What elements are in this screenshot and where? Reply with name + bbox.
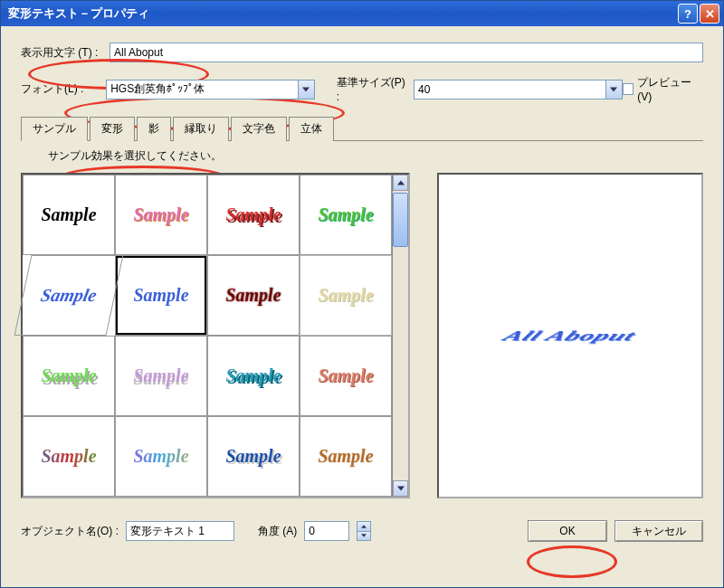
sample-cell[interactable]: Sample xyxy=(23,336,115,416)
display-text-label: 表示用文字 (T) : xyxy=(21,45,110,61)
sample-cell[interactable]: Sample xyxy=(115,255,207,336)
sample-cell[interactable]: Sample xyxy=(300,336,392,416)
angle-input[interactable] xyxy=(304,521,349,541)
scrollbar[interactable] xyxy=(392,175,408,497)
angle-stepper[interactable] xyxy=(357,521,371,541)
scroll-down-icon[interactable] xyxy=(393,480,408,497)
scroll-thumb[interactable] xyxy=(393,193,408,247)
window-title: 変形テキスト－プロパティ xyxy=(8,5,676,22)
scroll-track[interactable] xyxy=(393,247,408,480)
sample-cell[interactable]: Sample xyxy=(14,255,124,336)
annotation-ring xyxy=(527,545,617,578)
spin-down-icon[interactable] xyxy=(357,532,370,541)
base-size-label: 基準サイズ(P) : xyxy=(337,75,408,103)
font-combo-value[interactable] xyxy=(106,80,299,100)
sample-cell[interactable]: Sample xyxy=(23,175,115,255)
sample-cell[interactable]: Sample xyxy=(115,336,207,416)
titlebar: 変形テキスト－プロパティ ? ✕ xyxy=(1,1,723,26)
font-combo[interactable] xyxy=(106,80,315,100)
sample-cell[interactable]: Sample xyxy=(300,175,392,255)
display-text-input[interactable] xyxy=(110,43,703,62)
sample-cell[interactable]: Sample xyxy=(207,416,300,497)
tab-sample[interactable]: サンプル xyxy=(21,117,88,141)
angle-label: 角度 (A) xyxy=(258,524,297,539)
sample-cell[interactable]: Sample xyxy=(207,175,300,255)
size-combo[interactable] xyxy=(414,80,623,100)
object-name-input[interactable] xyxy=(126,521,234,541)
tab-shadow[interactable]: 影 xyxy=(137,117,171,141)
tab-outline[interactable]: 縁取り xyxy=(173,117,229,141)
preview-checkbox-label: プレビュー(V) xyxy=(637,75,703,103)
tab-color[interactable]: 文字色 xyxy=(231,117,287,141)
chevron-down-icon[interactable] xyxy=(299,80,315,100)
sample-cell[interactable]: Sample xyxy=(207,255,300,336)
object-name-label: オブジェクト名(O) : xyxy=(21,524,119,539)
size-combo-value[interactable] xyxy=(414,80,606,100)
cancel-button[interactable]: キャンセル xyxy=(614,520,703,542)
close-button[interactable]: ✕ xyxy=(700,4,719,24)
scroll-up-icon[interactable] xyxy=(393,175,408,191)
tab-hint: サンプル効果を選択してください。 xyxy=(48,148,703,164)
spin-up-icon[interactable] xyxy=(357,522,370,532)
tab-bar: サンプル 変形 影 縁取り 文字色 立体 xyxy=(21,116,703,141)
tab-deform[interactable]: 変形 xyxy=(90,117,135,141)
sample-grid: Sample Sample Sample Sample Sample Sampl… xyxy=(21,173,410,498)
sample-cell[interactable]: Sample xyxy=(207,336,300,416)
ok-button[interactable]: OK xyxy=(528,520,607,542)
sample-cell[interactable]: Sample xyxy=(300,255,392,336)
sample-cell[interactable]: Sample xyxy=(115,175,207,255)
checkbox-icon[interactable] xyxy=(623,83,634,95)
preview-pane: All Aboput xyxy=(437,173,703,498)
sample-cell[interactable]: Sample xyxy=(23,416,115,497)
chevron-down-icon[interactable] xyxy=(606,80,623,100)
sample-cell[interactable]: Sample xyxy=(115,416,207,497)
tab-3d[interactable]: 立体 xyxy=(289,117,334,141)
sample-cell[interactable]: Sample xyxy=(300,416,392,497)
preview-checkbox[interactable]: プレビュー(V) xyxy=(623,75,703,103)
help-button[interactable]: ? xyxy=(678,4,698,24)
preview-text: All Aboput xyxy=(500,328,640,344)
font-label: フォント(L) : xyxy=(21,81,106,97)
